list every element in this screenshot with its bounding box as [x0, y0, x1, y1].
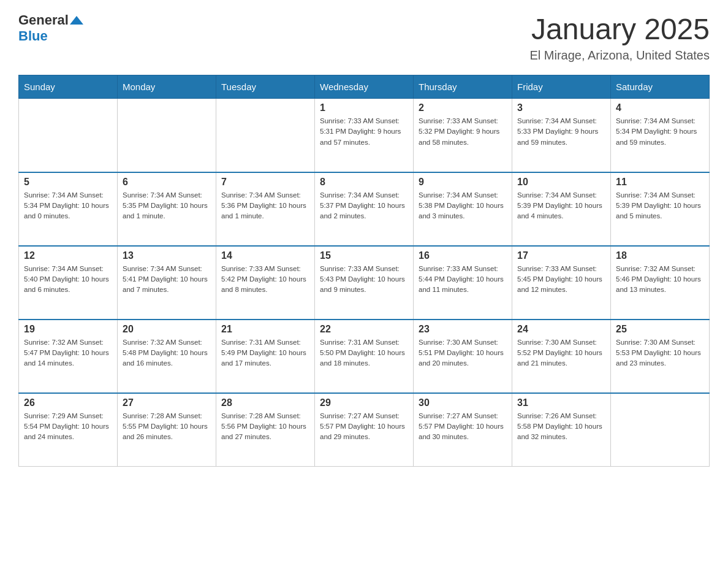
calendar-table: SundayMondayTuesdayWednesdayThursdayFrid… [18, 75, 710, 467]
calendar-cell: 5Sunrise: 7:34 AM Sunset: 5:34 PM Daylig… [19, 172, 118, 246]
calendar-week-row: 12Sunrise: 7:34 AM Sunset: 5:40 PM Dayli… [19, 246, 710, 320]
day-info: Sunrise: 7:33 AM Sunset: 5:32 PM Dayligh… [419, 116, 507, 148]
day-number: 23 [419, 324, 507, 335]
calendar-cell: 19Sunrise: 7:32 AM Sunset: 5:47 PM Dayli… [19, 320, 118, 393]
day-number: 18 [616, 250, 704, 261]
day-info: Sunrise: 7:26 AM Sunset: 5:58 PM Dayligh… [517, 411, 605, 443]
day-number: 9 [419, 177, 507, 188]
calendar-cell: 26Sunrise: 7:29 AM Sunset: 5:54 PM Dayli… [19, 393, 118, 467]
column-header-saturday: Saturday [611, 75, 710, 99]
calendar-cell [611, 393, 710, 467]
day-number: 1 [320, 102, 408, 113]
day-number: 29 [320, 397, 408, 408]
day-number: 3 [517, 102, 605, 113]
calendar-cell: 20Sunrise: 7:32 AM Sunset: 5:48 PM Dayli… [118, 320, 216, 393]
day-number: 16 [419, 250, 507, 261]
calendar-cell: 12Sunrise: 7:34 AM Sunset: 5:40 PM Dayli… [19, 246, 118, 320]
day-info: Sunrise: 7:29 AM Sunset: 5:54 PM Dayligh… [24, 411, 112, 443]
calendar-week-row: 19Sunrise: 7:32 AM Sunset: 5:47 PM Dayli… [19, 320, 710, 393]
day-number: 12 [24, 250, 112, 261]
calendar-cell: 6Sunrise: 7:34 AM Sunset: 5:35 PM Daylig… [118, 172, 216, 246]
day-info: Sunrise: 7:32 AM Sunset: 5:47 PM Dayligh… [24, 337, 112, 369]
calendar-subtitle: El Mirage, Arizona, United States [530, 48, 710, 63]
day-info: Sunrise: 7:34 AM Sunset: 5:39 PM Dayligh… [517, 190, 605, 222]
calendar-cell: 18Sunrise: 7:32 AM Sunset: 5:46 PM Dayli… [611, 246, 710, 320]
day-number: 30 [419, 397, 507, 408]
logo-text-blue: Blue [18, 28, 48, 44]
day-info: Sunrise: 7:28 AM Sunset: 5:56 PM Dayligh… [221, 411, 309, 443]
day-info: Sunrise: 7:34 AM Sunset: 5:34 PM Dayligh… [616, 116, 704, 148]
day-number: 7 [221, 177, 309, 188]
day-number: 8 [320, 177, 408, 188]
day-number: 31 [517, 397, 605, 408]
day-info: Sunrise: 7:33 AM Sunset: 5:31 PM Dayligh… [320, 116, 408, 148]
calendar-week-row: 1Sunrise: 7:33 AM Sunset: 5:31 PM Daylig… [19, 99, 710, 172]
day-info: Sunrise: 7:33 AM Sunset: 5:44 PM Dayligh… [419, 264, 507, 296]
day-number: 21 [221, 324, 309, 335]
day-info: Sunrise: 7:33 AM Sunset: 5:43 PM Dayligh… [320, 264, 408, 296]
day-info: Sunrise: 7:27 AM Sunset: 5:57 PM Dayligh… [419, 411, 507, 443]
calendar-cell: 23Sunrise: 7:30 AM Sunset: 5:51 PM Dayli… [414, 320, 512, 393]
day-number: 28 [221, 397, 309, 408]
day-number: 19 [24, 324, 112, 335]
calendar-cell: 11Sunrise: 7:34 AM Sunset: 5:39 PM Dayli… [611, 172, 710, 246]
day-number: 20 [123, 324, 211, 335]
day-number: 10 [517, 177, 605, 188]
day-info: Sunrise: 7:33 AM Sunset: 5:45 PM Dayligh… [517, 264, 605, 296]
title-section: January 2025 El Mirage, Arizona, United … [530, 12, 710, 63]
logo: General Blue [18, 12, 83, 44]
day-number: 2 [419, 102, 507, 113]
day-number: 4 [616, 102, 704, 113]
calendar-header-row: SundayMondayTuesdayWednesdayThursdayFrid… [19, 75, 710, 99]
day-number: 6 [123, 177, 211, 188]
day-number: 13 [123, 250, 211, 261]
column-header-thursday: Thursday [414, 75, 512, 99]
day-number: 14 [221, 250, 309, 261]
day-info: Sunrise: 7:34 AM Sunset: 5:36 PM Dayligh… [221, 190, 309, 222]
calendar-cell: 4Sunrise: 7:34 AM Sunset: 5:34 PM Daylig… [611, 99, 710, 172]
logo-arrow-icon [70, 13, 83, 27]
calendar-cell: 3Sunrise: 7:34 AM Sunset: 5:33 PM Daylig… [512, 99, 611, 172]
calendar-cell: 27Sunrise: 7:28 AM Sunset: 5:55 PM Dayli… [118, 393, 216, 467]
column-header-friday: Friday [512, 75, 611, 99]
day-info: Sunrise: 7:34 AM Sunset: 5:37 PM Dayligh… [320, 190, 408, 222]
day-number: 11 [616, 177, 704, 188]
column-header-tuesday: Tuesday [216, 75, 315, 99]
day-info: Sunrise: 7:34 AM Sunset: 5:39 PM Dayligh… [616, 190, 704, 222]
day-info: Sunrise: 7:34 AM Sunset: 5:34 PM Dayligh… [24, 190, 112, 222]
calendar-cell: 8Sunrise: 7:34 AM Sunset: 5:37 PM Daylig… [315, 172, 414, 246]
column-header-wednesday: Wednesday [315, 75, 414, 99]
calendar-cell: 28Sunrise: 7:28 AM Sunset: 5:56 PM Dayli… [216, 393, 315, 467]
day-info: Sunrise: 7:31 AM Sunset: 5:49 PM Dayligh… [221, 337, 309, 369]
calendar-title: January 2025 [530, 12, 710, 46]
day-info: Sunrise: 7:30 AM Sunset: 5:52 PM Dayligh… [517, 337, 605, 369]
calendar-cell: 14Sunrise: 7:33 AM Sunset: 5:42 PM Dayli… [216, 246, 315, 320]
day-number: 17 [517, 250, 605, 261]
day-info: Sunrise: 7:32 AM Sunset: 5:46 PM Dayligh… [616, 264, 704, 296]
day-info: Sunrise: 7:28 AM Sunset: 5:55 PM Dayligh… [123, 411, 211, 443]
day-number: 24 [517, 324, 605, 335]
day-info: Sunrise: 7:34 AM Sunset: 5:40 PM Dayligh… [24, 264, 112, 296]
calendar-cell: 17Sunrise: 7:33 AM Sunset: 5:45 PM Dayli… [512, 246, 611, 320]
calendar-week-row: 5Sunrise: 7:34 AM Sunset: 5:34 PM Daylig… [19, 172, 710, 246]
day-number: 22 [320, 324, 408, 335]
calendar-cell [19, 99, 118, 172]
day-info: Sunrise: 7:34 AM Sunset: 5:38 PM Dayligh… [419, 190, 507, 222]
day-info: Sunrise: 7:30 AM Sunset: 5:53 PM Dayligh… [616, 337, 704, 369]
day-info: Sunrise: 7:32 AM Sunset: 5:48 PM Dayligh… [123, 337, 211, 369]
calendar-cell: 22Sunrise: 7:31 AM Sunset: 5:50 PM Dayli… [315, 320, 414, 393]
calendar-week-row: 26Sunrise: 7:29 AM Sunset: 5:54 PM Dayli… [19, 393, 710, 467]
calendar-cell: 24Sunrise: 7:30 AM Sunset: 5:52 PM Dayli… [512, 320, 611, 393]
calendar-cell: 21Sunrise: 7:31 AM Sunset: 5:49 PM Dayli… [216, 320, 315, 393]
calendar-cell: 1Sunrise: 7:33 AM Sunset: 5:31 PM Daylig… [315, 99, 414, 172]
calendar-cell: 29Sunrise: 7:27 AM Sunset: 5:57 PM Dayli… [315, 393, 414, 467]
svg-marker-0 [70, 16, 83, 25]
column-header-sunday: Sunday [19, 75, 118, 99]
calendar-cell: 13Sunrise: 7:34 AM Sunset: 5:41 PM Dayli… [118, 246, 216, 320]
day-info: Sunrise: 7:34 AM Sunset: 5:35 PM Dayligh… [123, 190, 211, 222]
calendar-cell: 2Sunrise: 7:33 AM Sunset: 5:32 PM Daylig… [414, 99, 512, 172]
calendar-cell: 7Sunrise: 7:34 AM Sunset: 5:36 PM Daylig… [216, 172, 315, 246]
day-number: 26 [24, 397, 112, 408]
day-number: 15 [320, 250, 408, 261]
calendar-cell: 30Sunrise: 7:27 AM Sunset: 5:57 PM Dayli… [414, 393, 512, 467]
